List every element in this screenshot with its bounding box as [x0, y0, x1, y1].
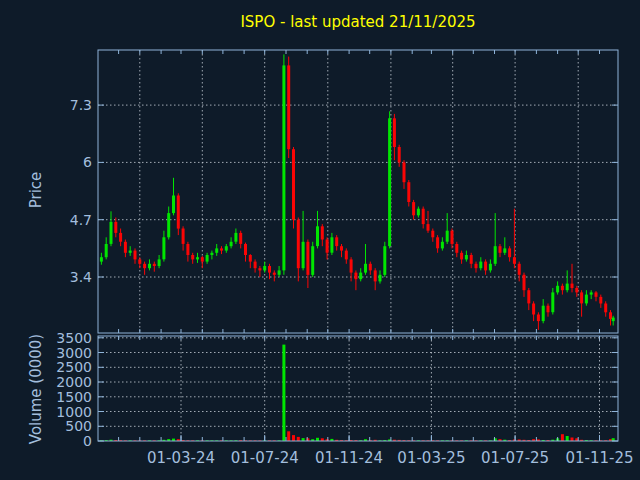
date-tick-label: 01-11-25	[553, 449, 640, 467]
date-tick-label: 01-07-24	[219, 449, 311, 467]
volume-tick-label: 2000	[28, 374, 92, 390]
price-tick-label: 6	[28, 154, 92, 170]
chart-title: ISPO - last updated 21/11/2025	[98, 13, 618, 31]
price-tick-label: 7.3	[28, 97, 92, 113]
volume-tick-label: 3000	[28, 345, 92, 361]
price-tick-label: 4.7	[28, 212, 92, 228]
date-tick-label: 01-03-25	[385, 449, 477, 467]
volume-tick-label: 500	[28, 418, 92, 434]
volume-tick-label: 2500	[28, 359, 92, 375]
volume-tick-label: 1500	[28, 389, 92, 405]
price-tick-label: 3.4	[28, 269, 92, 285]
stock-chart-window: ISPO - last updated 21/11/2025 Price Vol…	[0, 0, 640, 480]
date-tick-label: 01-07-25	[469, 449, 561, 467]
volume-tick-label: 0	[28, 433, 92, 449]
date-tick-label: 01-03-24	[135, 449, 227, 467]
chart-canvas	[0, 0, 640, 480]
volume-tick-label: 1000	[28, 404, 92, 420]
date-tick-label: 01-11-24	[303, 449, 395, 467]
candlesticks	[100, 54, 615, 330]
volume-tick-label: 3500	[28, 330, 92, 346]
price-axis-label: Price	[27, 172, 45, 209]
volume-bars	[100, 345, 615, 441]
